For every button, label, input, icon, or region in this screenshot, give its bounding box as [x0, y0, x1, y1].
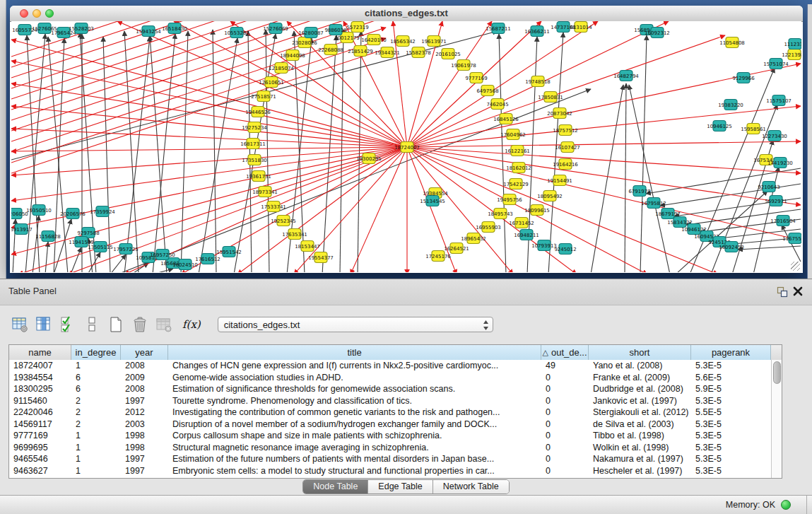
network-node[interactable]: 15958561 — [741, 124, 766, 134]
network-edge[interactable] — [640, 35, 647, 272]
network-node[interactable]: 19748518 — [525, 76, 551, 87]
network-edge[interactable] — [181, 31, 188, 272]
network-edge[interactable] — [103, 37, 110, 272]
table-mode-icon[interactable] — [10, 315, 30, 334]
cell-name[interactable]: 14569117 — [9, 419, 71, 429]
network-node[interactable]: 16518430 — [162, 23, 187, 34]
table-row[interactable]: 911546021997Tourette syndrome. Phenomeno… — [9, 395, 771, 407]
network-edge[interactable] — [407, 147, 801, 173]
tab-network-table[interactable]: Network Table — [433, 480, 509, 493]
cell-year[interactable]: 2003 — [121, 419, 168, 429]
network-node[interactable]: 9777169 — [465, 73, 487, 83]
cell-pagerank[interactable]: 5.3E-5 — [691, 419, 771, 429]
network-node[interactable]: 11675510 — [782, 233, 801, 244]
network-node[interactable]: 19061978 — [451, 60, 476, 71]
cell-pagerank[interactable]: 5.3E-5 — [691, 466, 771, 476]
cell-out-de-[interactable]: 49 — [541, 361, 589, 370]
cell-out-de-[interactable]: 0 — [541, 466, 589, 476]
cell-out-de-[interactable]: 0 — [541, 419, 589, 429]
cell-name[interactable]: 9699695 — [9, 443, 71, 452]
network-edge[interactable] — [340, 30, 343, 272]
cell-in-degree[interactable]: 2 — [71, 407, 121, 417]
cell-name[interactable]: 18300295 — [9, 384, 71, 394]
cell-title[interactable]: Tourette syndrome. Phenomenology and cla… — [168, 396, 541, 406]
network-node[interactable]: 17542129 — [503, 179, 529, 189]
tab-edge-table[interactable]: Edge Table — [367, 480, 432, 493]
cell-short[interactable]: Franke et al. (2009) — [589, 373, 691, 382]
table-row[interactable]: 969969511998Structural magnetic resonanc… — [9, 442, 771, 454]
network-node[interactable]: 19154491 — [547, 175, 572, 186]
cell-title[interactable]: Structural magnetic resonance image aver… — [168, 443, 541, 452]
column-header-title[interactable]: title — [168, 345, 541, 360]
table-row[interactable]: 1456911722003Disruption of a novel membe… — [9, 419, 771, 431]
table-row[interactable]: 1938455462009Genome-wide association stu… — [9, 372, 771, 384]
network-node[interactable]: 11054808 — [719, 37, 745, 48]
network-node[interactable]: 16948211 — [514, 230, 539, 240]
network-node[interactable]: 12273430 — [762, 131, 787, 141]
network-node[interactable]: 10946125 — [707, 121, 732, 132]
table-panel-header[interactable]: Table Panel — [0, 279, 812, 305]
network-view-window[interactable]: citations_edges.txt 18724007230280261894… — [10, 6, 803, 273]
network-node[interactable]: 18095492 — [537, 191, 563, 201]
cell-title[interactable]: Embryonic stem cells: a model to study s… — [168, 466, 541, 476]
network-node[interactable]: 16122161 — [505, 146, 530, 156]
network-node[interactable]: 16795812 — [641, 198, 666, 209]
cell-title[interactable]: Changes of HCN gene expression and I(f) … — [168, 361, 541, 370]
clear-selection-icon[interactable] — [82, 315, 102, 334]
network-node[interactable]: 17351830 — [242, 155, 267, 165]
network-node[interactable]: 19164216 — [553, 159, 578, 170]
column-header-in-degree[interactable]: in_degree — [71, 345, 121, 360]
network-window-titlebar[interactable]: citations_edges.txt — [10, 6, 803, 22]
cell-in-degree[interactable]: 1 — [71, 431, 121, 440]
cell-short[interactable]: Hescheler et al. (1997) — [589, 466, 691, 476]
network-edge[interactable] — [88, 252, 100, 272]
network-node[interactable]: 17616512 — [195, 254, 220, 264]
memory-status-icon[interactable] — [781, 500, 791, 510]
network-node[interactable]: 17957225 — [113, 244, 139, 255]
network-node[interactable]: 19383220 — [718, 100, 743, 110]
cell-in-degree[interactable]: 6 — [71, 384, 121, 394]
minimize-window-icon[interactable] — [33, 9, 41, 18]
column-header-name[interactable]: name — [9, 345, 71, 360]
network-node[interactable]: 16280087 — [298, 28, 324, 38]
cell-name[interactable]: 22420046 — [9, 407, 71, 417]
cell-short[interactable]: Jankovic et al. (1997) — [589, 396, 691, 406]
select-all-icon[interactable] — [58, 315, 78, 334]
table-vertical-scrollbar[interactable] — [771, 360, 782, 478]
cell-out-de-[interactable]: 0 — [541, 407, 589, 417]
cell-year[interactable]: 1997 — [121, 466, 168, 476]
network-node[interactable]: 18565342 — [390, 36, 416, 47]
network-edge[interactable] — [11, 61, 407, 147]
table-row[interactable]: 2242004622012Investigating the contribut… — [9, 407, 771, 419]
network-node[interactable]: 18099615 — [524, 205, 550, 216]
network-edge[interactable] — [124, 37, 150, 272]
cell-short[interactable]: Nakamura et al. (1997) — [589, 454, 691, 464]
cell-name[interactable]: 9115460 — [9, 396, 71, 406]
network-node[interactable]: 16482794 — [613, 71, 639, 81]
new-table-icon[interactable] — [106, 315, 126, 334]
scrollbar-thumb[interactable] — [773, 361, 781, 384]
cell-pagerank[interactable]: 5.9E-5 — [691, 384, 771, 394]
network-node[interactable]: 18495743 — [488, 209, 513, 219]
cell-out-de-[interactable]: 0 — [541, 384, 589, 394]
cell-pagerank[interactable]: 5.6E-5 — [691, 373, 771, 382]
cell-name[interactable]: 9465546 — [9, 454, 71, 464]
cell-in-degree[interactable]: 6 — [71, 373, 121, 382]
cell-year[interactable]: 2009 — [121, 373, 168, 382]
cell-year[interactable]: 1997 — [121, 396, 168, 406]
cell-year[interactable]: 2008 — [121, 384, 168, 394]
cell-short[interactable]: Wolkin et al. (1998) — [589, 443, 691, 452]
network-edge[interactable] — [407, 147, 801, 240]
cell-out-de-[interactable]: 0 — [541, 396, 589, 406]
cell-pagerank[interactable]: 5.5E-5 — [691, 407, 771, 417]
network-edge[interactable] — [71, 247, 81, 272]
column-show-icon[interactable] — [34, 315, 54, 334]
citation-network-graph[interactable]: 1872400723028026189440981218507412610651… — [11, 21, 801, 272]
cell-in-degree[interactable]: 1 — [71, 466, 121, 476]
tab-node-table[interactable]: Node Table — [303, 480, 367, 493]
network-node[interactable]: 19495756 — [497, 194, 522, 205]
cell-name[interactable]: 18724007 — [9, 361, 71, 370]
network-node[interactable]: 14737168 — [551, 22, 576, 33]
column-header-out-de-[interactable]: △out_de... — [541, 345, 589, 360]
table-row[interactable]: 1830029562008Estimation of significance … — [9, 383, 771, 395]
